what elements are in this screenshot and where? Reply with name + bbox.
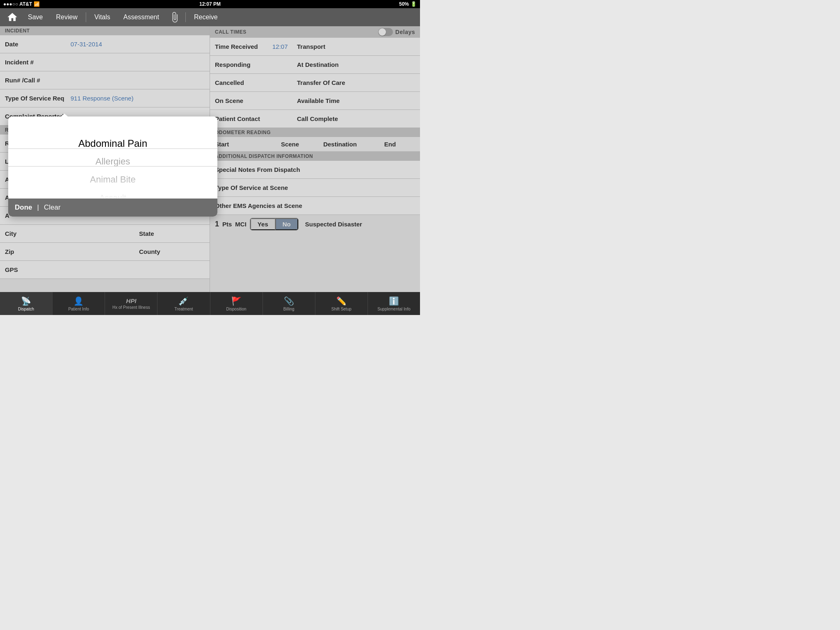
tab-billing[interactable]: 📎 Billing <box>263 292 315 315</box>
picker-arrow <box>59 114 69 118</box>
shift-setup-icon: ✏️ <box>336 296 347 306</box>
picker-overlay: Abdominal Pain Allergies Animal Bite Ass… <box>0 26 420 292</box>
billing-label: Billing <box>283 307 294 311</box>
status-left: ●●●○○ AT&T 📶 <box>3 1 40 7</box>
tab-treatment[interactable]: 💉 Treatment <box>158 292 210 315</box>
battery-text: 50% <box>399 1 409 7</box>
carrier-text: ●●●○○ AT&T <box>3 1 32 7</box>
picker-item-0[interactable] <box>8 116 217 135</box>
home-button[interactable] <box>3 8 21 26</box>
hpi-label: Hx of Present Illness <box>112 305 150 310</box>
treatment-icon: 💉 <box>178 296 189 306</box>
disposition-icon: 🚩 <box>231 296 242 306</box>
save-nav-item[interactable]: Save <box>21 8 49 26</box>
tab-hpi[interactable]: HPI Hx of Present Illness <box>105 292 158 315</box>
nav-divider-1 <box>86 12 86 22</box>
picker-done-button[interactable]: Done <box>15 203 32 212</box>
vitals-nav-item[interactable]: Vitals <box>88 8 117 26</box>
hpi-icon: HPI <box>126 297 136 304</box>
picker-toolbar-divider: | <box>37 203 39 212</box>
picker-item-allergies[interactable]: Allergies <box>8 153 217 171</box>
status-time: 12:07 PM <box>199 1 221 7</box>
tab-dispatch[interactable]: 📡 Dispatch <box>0 292 52 315</box>
patient-info-label: Patient Info <box>68 307 89 311</box>
picker-item-abdominal[interactable]: Abdominal Pain <box>8 135 217 153</box>
patient-info-icon: 👤 <box>73 296 84 306</box>
shift-setup-label: Shift Setup <box>331 307 352 311</box>
receive-nav-item[interactable]: Receive <box>187 8 224 26</box>
picker-clear-button[interactable]: Clear <box>44 203 61 212</box>
picker-item-assault[interactable]: Assault <box>8 189 217 199</box>
home-icon <box>7 11 18 23</box>
wifi-icon: 📶 <box>34 1 40 7</box>
assessment-nav-item[interactable]: Assessment <box>117 8 166 26</box>
battery-icon: 🔋 <box>411 1 417 7</box>
supplemental-info-icon: ℹ️ <box>389 296 399 306</box>
clip-icon <box>169 11 180 23</box>
tab-bar: 📡 Dispatch 👤 Patient Info HPI Hx of Pres… <box>0 292 420 315</box>
tab-patient-info[interactable]: 👤 Patient Info <box>52 292 105 315</box>
picker-item-animal-bite[interactable]: Animal Bite <box>8 171 217 189</box>
status-bar: ●●●○○ AT&T 📶 12:07 PM 50% 🔋 <box>0 0 420 8</box>
status-right: 50% 🔋 <box>399 1 417 7</box>
tab-shift-setup[interactable]: ✏️ Shift Setup <box>315 292 368 315</box>
treatment-label: Treatment <box>174 307 193 311</box>
dispatch-icon: 📡 <box>21 296 31 306</box>
supplemental-info-label: Supplemental Info <box>377 307 411 311</box>
billing-icon: 📎 <box>284 296 294 306</box>
tab-disposition[interactable]: 🚩 Disposition <box>210 292 263 315</box>
disposition-label: Disposition <box>226 307 247 311</box>
nav-divider-2 <box>185 12 186 22</box>
picker-toolbar: Done | Clear <box>8 199 217 217</box>
picker-container: Abdominal Pain Allergies Animal Bite Ass… <box>8 116 217 217</box>
nav-bar: Save Review Vitals Assessment Receive <box>0 8 420 26</box>
attachment-icon <box>169 11 180 23</box>
review-nav-item[interactable]: Review <box>49 8 84 26</box>
picker-list[interactable]: Abdominal Pain Allergies Animal Bite Ass… <box>8 116 217 199</box>
tab-supplemental-info[interactable]: ℹ️ Supplemental Info <box>368 292 420 315</box>
dispatch-label: Dispatch <box>18 307 34 311</box>
